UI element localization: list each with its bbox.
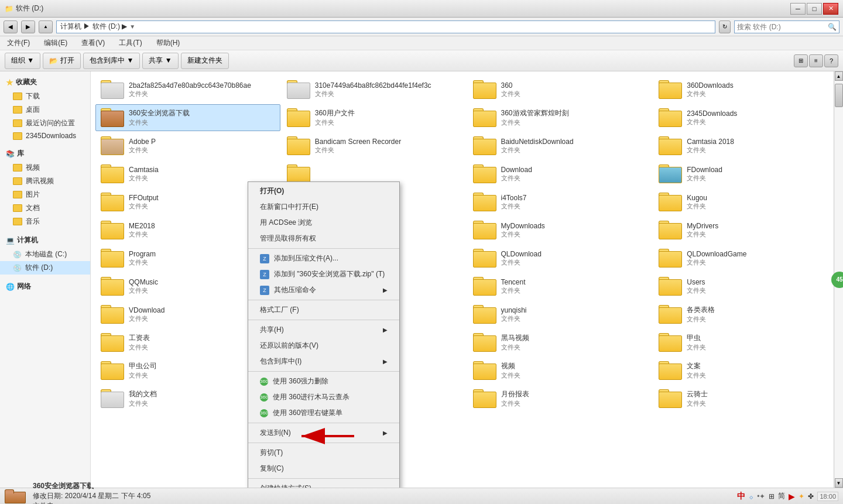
file-item[interactable]: 310e7449a64ba8fc862bd44fe1f4ef3c 文件夹 — [282, 76, 467, 103]
ctx-360-manage[interactable]: 360 使用 360管理右键菜单 — [248, 405, 399, 421]
ctx-format-factory[interactable]: 格式工厂 (F) — [248, 302, 399, 318]
sidebar-item-download[interactable]: 下载 — [0, 90, 90, 103]
systray-icon-7[interactable]: ✦ — [799, 492, 804, 500]
up-button[interactable]: ▲ — [39, 20, 53, 33]
organize-button[interactable]: 组织 ▼ — [5, 53, 40, 69]
open-button[interactable]: 📂 打开 — [43, 53, 81, 69]
share-button[interactable]: 共享 ▼ — [142, 53, 178, 69]
systray-icon-6[interactable]: ▶ — [789, 492, 795, 501]
systray-icon-1[interactable]: 中 — [737, 491, 745, 502]
file-item[interactable]: 甲虫 文件夹 — [653, 329, 838, 356]
sidebar-item-2345downloads[interactable]: 2345Downloads — [0, 130, 90, 142]
ctx-restore[interactable]: 还原以前的版本(V) — [248, 338, 399, 354]
sidebar-item-qqvideo[interactable]: 腾讯视频 — [0, 174, 90, 188]
file-item[interactable]: Download 文件夹 — [468, 160, 653, 187]
file-item[interactable]: QLDownloadGame 文件夹 — [653, 245, 838, 272]
search-box[interactable]: 🔍 — [734, 20, 839, 33]
file-item[interactable]: yunqishi 文件夹 — [468, 301, 653, 328]
file-item[interactable]: MyDownloads 文件夹 — [468, 217, 653, 244]
computer-header[interactable]: 💻 计算机 — [0, 233, 90, 248]
file-item[interactable]: 云骑士 文件夹 — [653, 385, 838, 412]
forward-button[interactable]: ▶ — [21, 20, 35, 33]
sidebar-item-desktop[interactable]: 桌面 — [0, 103, 90, 116]
file-item[interactable]: 360 文件夹 — [468, 76, 653, 103]
systray-icon-4[interactable]: ⊞ — [769, 492, 775, 500]
address-box[interactable]: 计算机 ▶ 软件 (D:) ▶ ▼ — [56, 20, 715, 33]
file-item[interactable]: 2ba2fa825a4d7e80ab9cc643e70b86ae 文件夹 — [95, 76, 280, 103]
systray-icon-2[interactable]: ⬦ — [749, 492, 753, 501]
ctx-sendto[interactable]: 发送到(N)▶ — [248, 425, 399, 441]
sidebar-item-video[interactable]: 视频 — [0, 161, 90, 174]
favorites-header[interactable]: ★ 收藏夹 — [0, 75, 90, 90]
new-folder-button[interactable]: 新建文件夹 — [181, 53, 229, 69]
sidebar-item-recent[interactable]: 最近访问的位置 — [0, 116, 90, 130]
file-item[interactable]: 360用户文件 文件夹 — [282, 104, 467, 131]
maximize-button[interactable]: □ — [807, 3, 822, 15]
menu-file[interactable]: 文件(F) — [5, 37, 32, 49]
file-item[interactable]: 视频 文件夹 — [468, 357, 653, 384]
file-item[interactable]: i4Tools7 文件夹 — [468, 188, 653, 215]
menu-help[interactable]: 帮助(H) — [154, 37, 183, 49]
ctx-compress-named[interactable]: Z 添加到 "360安全浏览器下载.zip" (T) — [248, 266, 399, 282]
scrollbar[interactable]: ▲ ▼ 45 — [834, 71, 843, 488]
ctx-include-library[interactable]: 包含到库中(I)▶ — [248, 354, 399, 369]
file-item[interactable]: 黑马视频 文件夹 — [468, 329, 653, 356]
view-details-button[interactable]: ≡ — [809, 54, 823, 67]
menu-view[interactable]: 查看(V) — [79, 37, 107, 49]
help-button[interactable]: ? — [824, 54, 838, 67]
menu-edit[interactable]: 编辑(E) — [42, 37, 70, 49]
ctx-acdsee[interactable]: 用 ACDSee 浏览 — [248, 215, 399, 231]
address-dropdown-icon[interactable]: ▼ — [129, 23, 135, 30]
include-library-button[interactable]: 包含到库中 ▼ — [83, 53, 140, 69]
file-item[interactable]: Bandicam Screen Recorder 文件夹 — [282, 132, 467, 159]
ctx-360-scan[interactable]: 360 使用 360进行木马云查杀 — [248, 389, 399, 405]
sidebar-item-docs[interactable]: 文档 — [0, 201, 90, 215]
minimize-button[interactable]: ─ — [790, 3, 806, 15]
scroll-down-button[interactable]: ▼ — [835, 478, 843, 488]
file-item[interactable]: 各类表格 文件夹 — [653, 301, 838, 328]
library-header[interactable]: 📚 库 — [0, 146, 90, 161]
sidebar-item-c-drive[interactable]: 💿 本地磁盘 (C:) — [0, 248, 90, 261]
refresh-button[interactable]: ↻ — [719, 20, 731, 33]
scroll-thumb[interactable] — [835, 84, 843, 107]
file-item[interactable]: QLDownload 文件夹 — [468, 245, 653, 272]
scroll-up-button[interactable]: ▲ — [835, 71, 843, 81]
menu-tools[interactable]: 工具(T) — [116, 37, 144, 49]
file-item[interactable]: Tencent 文件夹 — [468, 273, 653, 300]
network-header[interactable]: 🌐 网络 — [0, 279, 90, 294]
search-input[interactable] — [737, 23, 828, 31]
file-item[interactable]: Users 文件夹 — [653, 273, 838, 300]
ctx-cut[interactable]: 剪切(T) — [248, 445, 399, 461]
ctx-open-new-window[interactable]: 在新窗口中打开(E) — [248, 199, 399, 215]
ctx-360-delete[interactable]: 360 使用 360强力删除 — [248, 373, 399, 389]
sidebar-item-music[interactable]: 音乐 — [0, 215, 90, 228]
sidebar-item-pictures[interactable]: 图片 — [0, 188, 90, 201]
file-item[interactable]: FDownload 文件夹 — [653, 160, 838, 187]
file-item[interactable]: Adobe P 文件夹 — [95, 132, 280, 159]
ctx-copy[interactable]: 复制(C) — [248, 461, 399, 476]
file-item-selected[interactable]: 360安全浏览器下载 文件夹 — [95, 104, 280, 131]
file-item[interactable]: 360游戏管家辉煌时刻 文件夹 — [468, 104, 653, 131]
file-item[interactable]: 月份报表 文件夹 — [468, 385, 653, 412]
search-icon[interactable]: 🔍 — [828, 23, 837, 31]
sidebar-item-d-drive[interactable]: 💿 软件 (D:) — [0, 261, 90, 275]
systray-icon-8[interactable]: ✤ — [808, 492, 814, 500]
file-item[interactable]: MyDrivers 文件夹 — [653, 217, 838, 244]
close-button[interactable]: ✕ — [823, 3, 838, 15]
systray-icon-5[interactable]: 简 — [778, 491, 785, 501]
file-item[interactable]: BaiduNetdiskDownload 文件夹 — [468, 132, 653, 159]
ctx-open[interactable]: 打开(O) — [248, 183, 399, 199]
systray-icon-3[interactable]: •✦ — [757, 492, 765, 500]
ctx-compress[interactable]: Z 添加到压缩文件(A)... — [248, 251, 399, 266]
ctx-share[interactable]: 共享(H)▶ — [248, 322, 399, 338]
view-list-button[interactable]: ⊞ — [794, 54, 808, 67]
ctx-other-compress[interactable]: Z 其他压缩命令 ▶ — [248, 282, 399, 298]
file-item[interactable]: 2345Downloads 文件夹 — [653, 104, 838, 131]
file-item[interactable]: 文案 文件夹 — [653, 357, 838, 384]
back-button[interactable]: ◀ — [4, 20, 18, 33]
file-item[interactable]: Kugou 文件夹 — [653, 188, 838, 215]
ctx-admin[interactable]: 管理员取得所有权 — [248, 231, 399, 246]
ctx-create-shortcut[interactable]: 创建快捷方式(S) — [248, 481, 399, 488]
file-item[interactable]: Camtasia 2018 文件夹 — [653, 132, 838, 159]
file-item[interactable]: 360Downloads 文件夹 — [653, 76, 838, 103]
